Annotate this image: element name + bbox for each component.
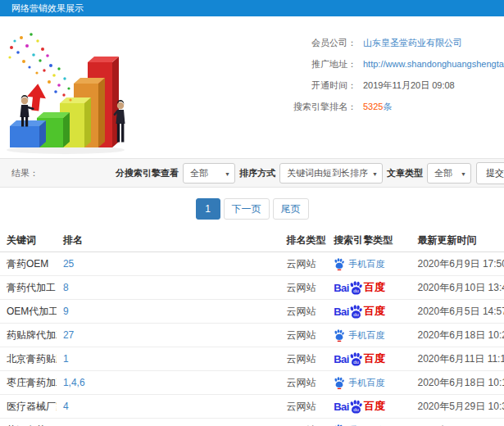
rank-link[interactable]: 1: [63, 353, 69, 365]
article-type-filter-select[interactable]: 全部 ▼: [427, 163, 471, 184]
info-row-open-time: 开通时间： 2019年11月20日 09:08: [154, 79, 504, 93]
update-time-cell: 2020年6月10日 13:40: [411, 276, 504, 300]
rank-cell: 1: [57, 347, 280, 371]
info-row-url: 推广地址： http://www.shandonghuangshengtang.…: [154, 57, 504, 71]
keyword-ranking-table: 关键词 排名 排名类型 搜索引擎类型 最新更新时间 膏药OEM 25 云网站: [0, 229, 504, 426]
update-time-cell: 2020年6月11日 11:18: [411, 347, 504, 371]
rank-type-cell: 云网站: [279, 324, 327, 347]
filter-bar: 结果： 分搜索引擎查看 全部 ▼ 排序方式 关键词由短到长排序 ▼ 文章类型 全…: [0, 158, 504, 188]
col-header-rank-type: 排名类型: [279, 229, 327, 252]
svg-text:du: du: [353, 360, 359, 365]
growth-chart-illustration: [0, 28, 154, 157]
summary-section: 会员公司： 山东皇圣堂药业有限公司 推广地址： http://www.shand…: [0, 16, 504, 158]
info-row-rank-count: 搜索引擎排名： 5325条: [154, 100, 504, 114]
svg-text:du: du: [353, 288, 359, 293]
rank-cell: 25: [57, 252, 280, 276]
baidu-paw-icon: du: [349, 305, 363, 319]
submit-button[interactable]: 提交: [476, 162, 504, 184]
result-label: 结果：: [11, 167, 39, 179]
mobile-baidu-label: 手机百度: [348, 329, 384, 342]
rank-link[interactable]: 9: [63, 306, 69, 317]
baidu-logo: Bai du 百度: [334, 351, 407, 366]
table-row: OEM代加工 9 云网站 Bai du 百度 2020年6月5: [0, 300, 504, 324]
update-time-cell: 2020年6月18日 10:25: [411, 324, 504, 347]
open-time-value: 2019年11月20日 09:08: [363, 79, 455, 93]
rank-count-value: 5325条: [363, 100, 392, 114]
table-row: 菏泽膏药厂家 17 云网站 手机百度 2020年6月11日 11:40: [0, 419, 504, 426]
rank-link[interactable]: 27: [63, 329, 74, 341]
baidu-paw-icon: [334, 377, 345, 389]
update-time-cell: 2020年6月18日 10:19: [411, 371, 504, 395]
engine-type-cell: 手机百度: [327, 252, 411, 276]
col-header-rank: 排名: [57, 229, 280, 252]
rank-cell: 9: [57, 300, 280, 324]
update-time-cell: 2020年6月9日 17:50: [411, 252, 504, 276]
engine-type-cell: Bai du 百度: [327, 300, 411, 324]
engine-type-cell: Bai du 百度: [327, 395, 411, 419]
rank-type-cell: 云网站: [279, 371, 327, 395]
baidu-paw-icon: du: [349, 400, 363, 414]
keyword-cell: 北京膏药贴牌: [0, 347, 57, 371]
info-row-company: 会员公司： 山东皇圣堂药业有限公司: [154, 36, 504, 50]
engine-type-cell: Bai du 百度: [327, 276, 411, 300]
open-time-label: 开通时间：: [281, 79, 356, 93]
rank-link[interactable]: 25: [63, 258, 74, 270]
keyword-cell: 药贴牌代加工: [0, 324, 57, 347]
rank-type-cell: 云网站: [279, 252, 327, 276]
rank-cell: 1,4,6: [57, 371, 280, 395]
rank-type-cell: 云网站: [279, 276, 327, 300]
baidu-logo: Bai du 百度: [334, 280, 407, 295]
mobile-baidu-label: 手机百度: [348, 377, 384, 389]
last-page-button[interactable]: 尾页: [273, 198, 309, 220]
company-link[interactable]: 山东皇圣堂药业有限公司: [363, 36, 462, 50]
table-header-row: 关键词 排名 排名类型 搜索引擎类型 最新更新时间: [0, 229, 504, 252]
chevron-down-icon: ▼: [225, 171, 230, 177]
baidu-paw-icon: du: [349, 352, 363, 366]
engine-filter-value: 全部: [190, 167, 208, 179]
baidu-paw-icon: [334, 329, 345, 342]
keyword-cell: 枣庄膏药加工: [0, 371, 57, 395]
company-label: 会员公司：: [281, 36, 356, 50]
baidu-logo: Bai du 百度: [334, 304, 407, 319]
svg-text:du: du: [353, 407, 359, 412]
engine-filter-select[interactable]: 全部 ▼: [183, 163, 235, 184]
promotion-url-link[interactable]: http://www.shandonghuangshengtang.cn: [363, 57, 504, 71]
page-title: 网络营销效果展示: [0, 0, 504, 16]
rank-cell: 8: [57, 276, 280, 300]
page-1-button[interactable]: 1: [196, 198, 220, 220]
table-row: 药贴牌代加工 27 云网站 手机百度 2020年6月18日 10:25: [0, 324, 504, 347]
table-row: 膏药代加工 8 云网站 Bai du 百度 2020年6月10: [0, 276, 504, 300]
baidu-logo: Bai du 百度: [334, 399, 407, 414]
rank-type-cell: 云网站: [279, 347, 327, 371]
col-header-keyword: 关键词: [0, 229, 57, 252]
rank-type-cell: 云网站: [279, 395, 327, 419]
pagination: 1 下一页 尾页: [0, 188, 504, 229]
sort-filter-select[interactable]: 关键词由短到长排序 ▼: [279, 163, 383, 184]
baidu-paw-icon: du: [349, 281, 363, 295]
update-time-cell: 2020年6月5日 14:57: [411, 300, 504, 324]
chevron-down-icon: ▼: [372, 171, 378, 177]
member-info-panel: 会员公司： 山东皇圣堂药业有限公司 推广地址： http://www.shand…: [154, 28, 504, 158]
col-header-engine-type: 搜索引擎类型: [327, 229, 411, 252]
baidu-paw-icon: [334, 258, 345, 270]
next-page-button[interactable]: 下一页: [224, 198, 270, 220]
keyword-cell: 菏泽膏药厂家: [0, 419, 57, 426]
sort-filter-label: 排序方式: [239, 167, 275, 179]
filter-group: 分搜索引擎查看 全部 ▼ 排序方式 关键词由短到长排序 ▼ 文章类型 全部 ▼ …: [111, 162, 504, 184]
rank-cell: 17: [57, 419, 280, 426]
update-time-cell: 2020年6月11日 11:40: [411, 419, 504, 426]
rank-link[interactable]: 4: [63, 401, 69, 412]
keyword-cell: 医疗器械厂家: [0, 395, 57, 419]
bar-chart-graphic: [0, 28, 154, 157]
keyword-cell: 膏药代加工: [0, 276, 57, 300]
rank-count-number: 5325: [363, 102, 383, 111]
sort-filter-value: 关键词由短到长排序: [287, 167, 368, 179]
engine-filter-label: 分搜索引擎查看: [116, 167, 179, 179]
table-row: 北京膏药贴牌 1 云网站 Bai du 百度 2020年6月1: [0, 347, 504, 371]
rank-link[interactable]: 8: [63, 282, 69, 293]
svg-text:du: du: [353, 312, 359, 317]
col-header-update-time: 最新更新时间: [411, 229, 504, 252]
table-row: 医疗器械厂家 4 云网站 Bai du 百度 2020年5月2: [0, 395, 504, 419]
engine-type-cell: 手机百度: [327, 371, 411, 395]
rank-link[interactable]: 1,4,6: [63, 377, 85, 388]
